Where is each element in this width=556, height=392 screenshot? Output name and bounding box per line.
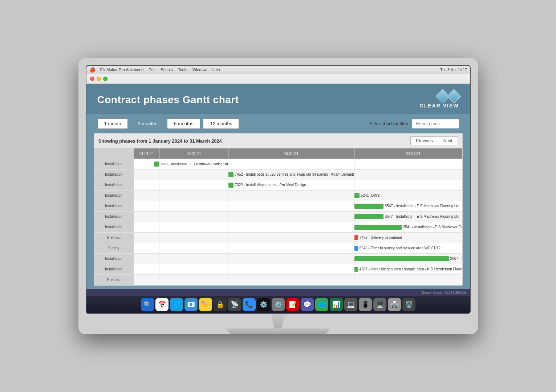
- dock-icon-app8[interactable]: 🖥️: [373, 298, 386, 311]
- monitor-screen: 🍎 FileMaker Pro Advanced Edit Scripts To…: [86, 65, 471, 314]
- header-date-2: 08.01.24: [159, 148, 228, 159]
- prev-button[interactable]: Previous: [410, 136, 438, 145]
- row-label: Installation: [94, 190, 134, 201]
- header-date-3: 15.01.24: [228, 148, 354, 159]
- row-cell: [134, 264, 159, 274]
- task-label: 7452 - Install peds at 320 centres and s…: [234, 172, 354, 176]
- dock-icon-app3[interactable]: ⚙️: [257, 298, 270, 311]
- row-label: Installation: [94, 253, 134, 264]
- row-label: Installation: [94, 180, 134, 190]
- row-cell: [159, 169, 228, 180]
- filter-label: Filter chart by fitter: [370, 121, 409, 126]
- dock-icon-app9[interactable]: 🖨️: [388, 298, 401, 311]
- app-header: Contract phases Gantt chart CLEAR VIEW: [86, 84, 470, 114]
- table-row: Installation 3541 - Installation - E S M…: [94, 222, 463, 232]
- dock-icon-teams[interactable]: 💬: [301, 298, 314, 311]
- dock-icon-zoom[interactable]: 📞: [243, 298, 256, 311]
- task-bar: [354, 193, 360, 198]
- row-cell: 4567 - Install kitchen area / sample are…: [354, 264, 462, 274]
- row-cell: [354, 274, 462, 285]
- dock-icon-app2[interactable]: 📡: [228, 298, 241, 311]
- maximize-button[interactable]: [103, 77, 107, 81]
- row-cell: [159, 201, 228, 211]
- dock-icon-trash[interactable]: 🗑️: [402, 298, 415, 311]
- dock-icon-mail[interactable]: 📧: [184, 298, 198, 311]
- row-cell: 3591 - Installation - E S Matthews Floor…: [159, 159, 228, 169]
- task-label: 2567 - Install first floor and then grou…: [449, 257, 463, 261]
- app-menu-filemaker[interactable]: FileMaker Pro Advanced: [100, 68, 144, 72]
- task-bar: [354, 246, 358, 251]
- dock-icon-finder[interactable]: 🔍: [141, 298, 154, 311]
- row-cell: 7452 - Delivery of material: [354, 232, 462, 243]
- apple-menu[interactable]: 🍎: [89, 67, 95, 73]
- app-menu-tools[interactable]: Tools: [178, 68, 187, 72]
- monitor: 🍎 FileMaker Pro Advanced Edit Scripts To…: [78, 58, 478, 334]
- row-cell: [228, 264, 354, 274]
- task-label: 7322 - Install Vinyl panels - Pro Vinyl …: [234, 183, 306, 187]
- header-date-4: 22.01.24: [354, 148, 462, 159]
- stand-base: [227, 328, 329, 334]
- dock-icon-app1[interactable]: 🔒: [214, 298, 227, 311]
- row-label: Installation: [94, 159, 134, 169]
- app-menu-help[interactable]: Help: [212, 68, 220, 72]
- row-cell: [159, 253, 228, 264]
- row-label: Pre load: [94, 274, 134, 285]
- dock-icon-app7[interactable]: 📱: [359, 298, 372, 311]
- row-cell: 5241- DW's: [354, 190, 462, 201]
- dock-icon-settings[interactable]: ⚙️: [272, 298, 285, 311]
- period-btn-12months[interactable]: 12 months: [203, 118, 239, 129]
- footer-company: Decent Group - 01793 250198: [422, 291, 466, 294]
- table-row: Pre load 7452 - Delivery of material: [94, 232, 463, 243]
- app-menu-scripts[interactable]: Scripts: [161, 68, 173, 72]
- row-label: Installation: [94, 211, 134, 222]
- app-menu-edit[interactable]: Edit: [149, 68, 155, 72]
- row-cell: [159, 274, 228, 285]
- row-cell: [159, 264, 228, 274]
- row-cell: [134, 159, 159, 169]
- table-row: Pre load 6542 - Delivery of material: [94, 274, 463, 285]
- row-cell: [134, 169, 159, 180]
- period-btn-3months[interactable]: 3 months: [131, 118, 164, 129]
- row-cell: 2567 - Install first floor and then grou…: [354, 253, 462, 264]
- next-button[interactable]: Next: [438, 136, 458, 145]
- minimize-button[interactable]: [97, 77, 101, 81]
- row-cell: [134, 190, 159, 201]
- period-btn-1month[interactable]: 1 month: [97, 118, 128, 129]
- task-bar: [228, 183, 234, 188]
- row-cell: 6942 - Fitter to survey and meaure area …: [354, 243, 462, 253]
- row-cell: [134, 211, 159, 222]
- row-label: Installation: [94, 201, 134, 211]
- table-row: Installation 8547 - Installation - E S M…: [94, 211, 463, 222]
- dock-icon-calendar[interactable]: 📅: [155, 298, 169, 311]
- task-label: 3591 - Installation - E S Matthews Floor…: [159, 162, 228, 166]
- app-menu-window[interactable]: Window: [192, 68, 207, 72]
- row-cell: [228, 243, 354, 253]
- row-cell: [228, 232, 354, 243]
- diamond-right: [447, 89, 461, 103]
- table-row: Installation 3591 - Installation - E S M…: [94, 159, 463, 169]
- dock-icon-app5[interactable]: 🌐: [315, 298, 328, 311]
- filter-input[interactable]: [412, 119, 459, 128]
- task-bar: [354, 267, 358, 272]
- table-row: Installation 2567 - Install first floor …: [94, 253, 463, 264]
- controls-bar: 1 month 3 months 6 months 12 months Filt…: [86, 114, 470, 133]
- dock-icon-app6[interactable]: 💻: [344, 298, 357, 311]
- close-button[interactable]: [90, 77, 94, 81]
- row-label: Installation: [94, 264, 134, 274]
- period-btn-6months[interactable]: 6 months: [167, 118, 200, 129]
- row-cell: [159, 222, 228, 232]
- dock-icon-excel[interactable]: 📊: [330, 298, 343, 311]
- dock-icon-notes[interactable]: ✏️: [199, 298, 212, 311]
- row-cell: [354, 159, 462, 169]
- row-cell: [159, 211, 228, 222]
- row-cell: [354, 169, 462, 180]
- row-cell: [228, 274, 354, 285]
- dock-icon-app4[interactable]: 📝: [286, 298, 299, 311]
- row-cell: [228, 211, 354, 222]
- header-label-col: [94, 148, 134, 159]
- task-label: 6942 - Fitter to survey and meaure area …: [358, 246, 441, 250]
- row-label: Survey: [94, 243, 134, 253]
- dock-icon-safari[interactable]: 🌐: [170, 298, 183, 311]
- task-label: 7452 - Delivery of material: [358, 236, 402, 240]
- row-cell: [228, 253, 354, 264]
